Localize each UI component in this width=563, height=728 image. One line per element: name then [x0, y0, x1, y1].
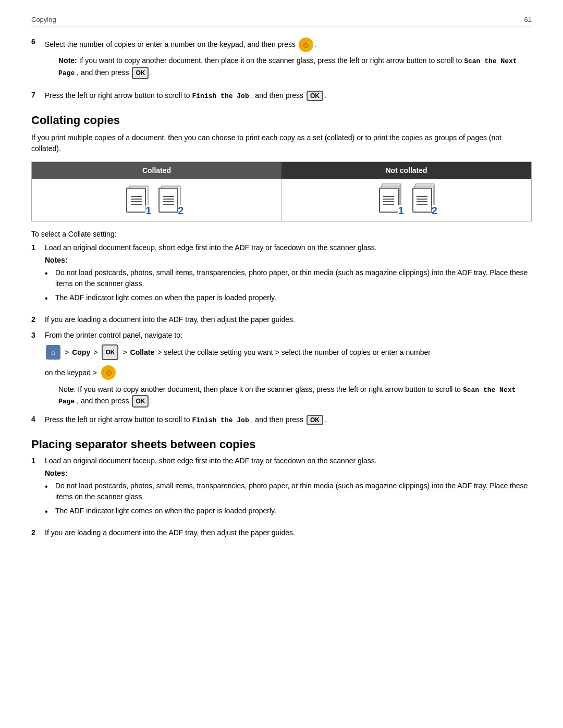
collate-step-1-text: Load an original document faceup, short … — [45, 243, 377, 252]
step-7-suffix: , and then press — [251, 91, 303, 99]
step-7-block: 7 Press the left or right arrow button t… — [31, 91, 532, 101]
collate-step-1: 1 Load an original document faceup, shor… — [31, 243, 532, 308]
collate-step-1-notes: Notes: Do not load postcards, photos, sm… — [45, 256, 532, 305]
collate-step-1-num: 1 — [31, 243, 41, 252]
header-bar: Copying 61 — [31, 16, 532, 27]
not-collated-illustration: 1 2 — [282, 179, 532, 221]
nav-arrow-1: > — [65, 345, 69, 360]
ok-nav-icon: OK — [102, 344, 118, 360]
step-6-block: 6 Select the number of copies or enter a… — [31, 38, 532, 83]
separator-step-2-content: If you are loading a document into the A… — [45, 528, 532, 537]
collate-step-3-note-suffix: , and then press — [77, 397, 129, 405]
collate-step-1-bullets: Do not load postcards, photos, small ite… — [45, 267, 532, 305]
not-collated-header: Not collated — [282, 162, 532, 179]
separator-step-2-text: If you are loading a document into the A… — [45, 528, 295, 537]
collate-step-4-text: Press the left or right arrow button to … — [45, 415, 192, 424]
step-6-note-label: Note: — [58, 56, 77, 65]
separator-step-2: 2 If you are loading a document into the… — [31, 528, 532, 537]
nav-arrow-2: > — [93, 345, 97, 360]
step-6-text: Select the number of copies or enter a n… — [45, 40, 296, 48]
step-7-content: Press the left or right arrow button to … — [45, 91, 532, 101]
nav-collate-label: Collate — [130, 345, 155, 360]
collating-steps: 1 Load an original document faceup, shor… — [31, 243, 532, 426]
separator-step-1-bullet-2: The ADF indicator light comes on when th… — [45, 505, 532, 518]
ok-button-step7: OK — [307, 91, 323, 101]
section-label: Copying — [31, 16, 56, 23]
separator-step-2-num: 2 — [31, 528, 41, 537]
step-7-number: 7 — [31, 91, 41, 99]
collate-step-4-suffix: , and then press — [251, 415, 303, 424]
separator-step-1-num: 1 — [31, 456, 41, 465]
page-number: 61 — [524, 16, 532, 23]
collate-step-1-notes-label: Notes: — [45, 256, 532, 264]
collate-comparison-table: Collated Not collated — [31, 162, 532, 221]
step-6-note-suffix: , and then press — [77, 68, 129, 76]
collate-step-2-text: If you are loading a document into the A… — [45, 315, 295, 324]
submit-button-icon — [299, 38, 313, 52]
collate-step-3: 3 From the printer control panel, naviga… — [31, 331, 532, 408]
step-7-code: Finish the Job — [192, 92, 249, 100]
collate-step-3-num: 3 — [31, 331, 41, 339]
nav-keypad-line: on the keypad > — [45, 365, 532, 380]
collate-step-4-code: Finish the Job — [192, 416, 249, 424]
separator-step-1-text: Load an original document faceup, short … — [45, 456, 377, 465]
step-6-content: Select the number of copies or enter a n… — [45, 38, 532, 83]
collated-illustration: 1 2 — [32, 179, 282, 221]
ok-button-icon: OK — [132, 67, 149, 79]
collate-to-select: To select a Collate setting: — [31, 230, 532, 238]
collate-step-1-bullet-1: Do not load postcards, photos, small ite… — [45, 267, 532, 289]
home-icon: ⌂ — [46, 345, 60, 360]
separator-step-1-bullets: Do not load postcards, photos, small ite… — [45, 480, 532, 518]
page: Copying 61 6 Select the number of copies… — [0, 0, 563, 728]
collate-step-4-content: Press the left or right arrow button to … — [45, 415, 532, 425]
nav-keypad-text: on the keypad > — [45, 368, 97, 377]
separator-step-1-notes-label: Notes: — [45, 469, 532, 477]
separator-steps: 1 Load an original document faceup, shor… — [31, 456, 532, 537]
ok-step4-icon: OK — [307, 415, 323, 425]
collate-step-4: 4 Press the left or right arrow button t… — [31, 415, 532, 425]
collate-step-3-text: From the printer control panel, navigate… — [45, 331, 182, 339]
separator-step-1: 1 Load an original document faceup, shor… — [31, 456, 532, 521]
collate-step-3-note-label: Note: — [58, 385, 76, 393]
collate-step-3-content: From the printer control panel, navigate… — [45, 331, 532, 408]
step-7-text: Press the left or right arrow button to … — [45, 91, 190, 99]
collate-step-2: 2 If you are loading a document into the… — [31, 315, 532, 324]
collated-header: Collated — [32, 162, 282, 179]
collate-step-3-note: Note: If you want to copy another docume… — [58, 384, 532, 408]
collating-intro: If you print multiple copies of a docume… — [31, 132, 532, 154]
collate-nav-path: ⌂ > Copy > OK > Collate > select the col… — [45, 344, 532, 360]
collate-step-2-content: If you are loading a document into the A… — [45, 315, 532, 324]
nav-rest: > select the collate setting you want > … — [157, 345, 431, 360]
collate-step-1-content: Load an original document faceup, short … — [45, 243, 532, 308]
collate-step-2-num: 2 — [31, 315, 41, 324]
separator-step-1-content: Load an original document faceup, short … — [45, 456, 532, 521]
submit-nav-icon — [101, 365, 116, 380]
nav-arrow-3: > — [123, 345, 127, 360]
collate-step-3-note-text: If you want to copy another document, th… — [78, 385, 463, 393]
ok-note-icon: OK — [132, 395, 149, 408]
separator-section-title: Placing separator sheets between copies — [31, 438, 532, 451]
step-6-number: 6 — [31, 38, 41, 46]
separator-step-1-notes: Notes: Do not load postcards, photos, sm… — [45, 469, 532, 518]
collating-section-title: Collating copies — [31, 114, 532, 127]
separator-step-1-bullet-1: Do not load postcards, photos, small ite… — [45, 480, 532, 502]
nav-copy-label: Copy — [72, 345, 90, 360]
step-6-note-text: If you want to copy another document, th… — [79, 56, 462, 65]
collate-step-1-bullet-2: The ADF indicator light comes on when th… — [45, 292, 532, 305]
step-6-note: Note: If you want to copy another docume… — [58, 55, 532, 79]
collate-step-4-num: 4 — [31, 415, 41, 423]
